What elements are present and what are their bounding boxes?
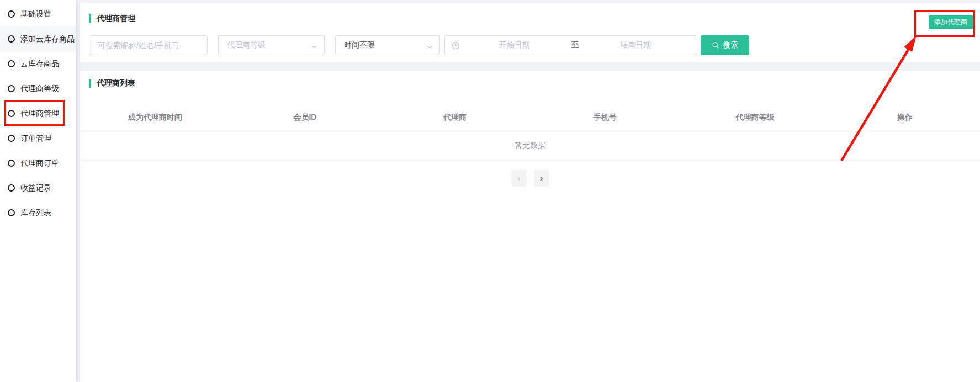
page-title: 代理商管理 bbox=[97, 14, 135, 24]
add-agent-button[interactable]: 添加代理商 bbox=[929, 15, 973, 29]
title-accent-bar bbox=[89, 14, 91, 23]
sidebar-item[interactable]: 基础设置 bbox=[0, 2, 76, 26]
filter-row: 代理商等级 ⌄ 时间不限 ⌄ 开始日期 至 结束日期 bbox=[89, 35, 980, 55]
chevron-left-icon: ‹ bbox=[517, 173, 521, 184]
circle-icon bbox=[8, 60, 15, 67]
sidebar-item[interactable]: 代理商管理 bbox=[0, 101, 76, 126]
table-header-row: 成为代理商时间会员ID代理商手机号代理商等级操作 bbox=[80, 107, 980, 129]
main-content: 代理商管理 代理商等级 ⌄ 时间不限 ⌄ 开始日期 至 结束日期 bbox=[77, 0, 980, 382]
circle-icon bbox=[8, 160, 15, 167]
date-range-picker[interactable]: 开始日期 至 结束日期 bbox=[444, 35, 697, 55]
sidebar-item-label: 代理商等级 bbox=[20, 84, 59, 94]
pagination-prev-button[interactable]: ‹ bbox=[511, 170, 527, 187]
date-separator: 至 bbox=[569, 40, 581, 50]
search-input[interactable] bbox=[89, 35, 208, 55]
end-date-input[interactable]: 结束日期 bbox=[581, 40, 691, 50]
sidebar-item-label: 收益记录 bbox=[20, 183, 51, 193]
list-title-row: 代理商列表 bbox=[80, 78, 980, 88]
start-date-input[interactable]: 开始日期 bbox=[460, 40, 569, 50]
sidebar-item[interactable]: 代理商订单 bbox=[0, 151, 76, 176]
table-empty-row: 暂无数据 bbox=[80, 129, 980, 162]
sidebar-item[interactable]: 添加云库存商品 bbox=[0, 26, 76, 51]
empty-text: 暂无数据 bbox=[515, 141, 545, 151]
chevron-down-icon: ⌄ bbox=[310, 41, 319, 49]
table-column-header: 成为代理商时间 bbox=[80, 113, 230, 123]
circle-icon bbox=[8, 135, 15, 142]
sidebar: 基础设置添加云库存商品云库存商品代理商等级代理商管理订单管理代理商订单收益记录库… bbox=[0, 0, 76, 382]
search-button-label: 搜索 bbox=[723, 40, 738, 50]
sidebar-item-label: 云库存商品 bbox=[20, 59, 59, 69]
search-icon bbox=[712, 41, 719, 49]
sidebar-item[interactable]: 收益记录 bbox=[0, 176, 76, 200]
time-range-select-value: 时间不限 bbox=[344, 40, 375, 50]
sidebar-item-label: 基础设置 bbox=[20, 9, 51, 19]
circle-icon bbox=[8, 85, 15, 92]
sidebar-item-label: 订单管理 bbox=[20, 134, 51, 144]
circle-icon bbox=[8, 35, 15, 43]
agent-level-select[interactable]: 代理商等级 ⌄ bbox=[218, 35, 325, 55]
table-column-header: 代理商 bbox=[380, 113, 530, 123]
table-column-header: 代理商等级 bbox=[680, 113, 830, 123]
sidebar-menu: 基础设置添加云库存商品云库存商品代理商等级代理商管理订单管理代理商订单收益记录库… bbox=[0, 2, 76, 225]
pagination-next-button[interactable]: › bbox=[534, 170, 549, 187]
sidebar-item-label: 代理商管理 bbox=[20, 109, 59, 119]
filter-card: 代理商管理 代理商等级 ⌄ 时间不限 ⌄ 开始日期 至 结束日期 bbox=[80, 3, 980, 62]
sidebar-item[interactable]: 库存列表 bbox=[0, 200, 76, 225]
sidebar-item[interactable]: 订单管理 bbox=[0, 126, 76, 151]
table-column-header: 操作 bbox=[830, 113, 980, 123]
circle-icon bbox=[8, 110, 15, 117]
chevron-down-icon: ⌄ bbox=[425, 41, 434, 49]
agent-list-card: 代理商列表 成为代理商时间会员ID代理商手机号代理商等级操作 暂无数据 ‹ › bbox=[80, 71, 980, 382]
time-range-select[interactable]: 时间不限 ⌄ bbox=[335, 35, 440, 55]
sidebar-item[interactable]: 代理商等级 bbox=[0, 76, 76, 101]
sidebar-item-label: 代理商订单 bbox=[20, 158, 59, 168]
sidebar-item[interactable]: 云库存商品 bbox=[0, 51, 76, 76]
page-title-row: 代理商管理 bbox=[89, 14, 980, 24]
circle-icon bbox=[8, 184, 15, 192]
chevron-right-icon: › bbox=[540, 173, 543, 184]
table-column-header: 会员ID bbox=[230, 113, 380, 123]
circle-icon bbox=[8, 10, 15, 18]
pagination: ‹ › bbox=[80, 170, 980, 187]
circle-icon bbox=[8, 209, 15, 216]
list-title: 代理商列表 bbox=[97, 78, 135, 88]
clock-icon bbox=[452, 41, 460, 50]
table-column-header: 手机号 bbox=[530, 113, 680, 123]
sidebar-item-label: 库存列表 bbox=[20, 208, 51, 218]
search-button[interactable]: 搜索 bbox=[701, 35, 749, 55]
agent-level-select-value: 代理商等级 bbox=[227, 40, 266, 50]
sidebar-item-label: 添加云库存商品 bbox=[20, 34, 75, 44]
title-accent-bar bbox=[89, 79, 91, 88]
